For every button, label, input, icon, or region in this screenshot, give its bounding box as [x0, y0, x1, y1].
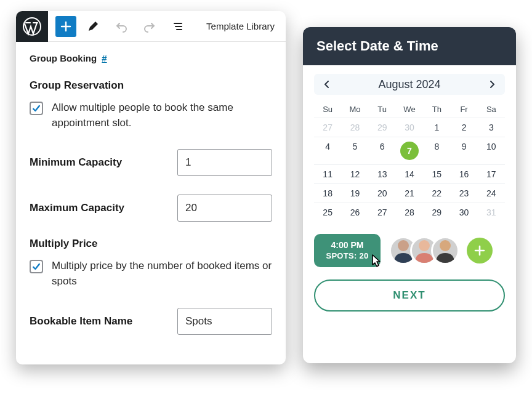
allow-multiple-checkbox[interactable] [30, 102, 43, 115]
multiply-price-checkbox[interactable] [30, 260, 43, 273]
calendar-day[interactable]: 23 [450, 183, 477, 203]
bookable-item-label: Bookable Item Name [30, 315, 132, 328]
calendar-week: 27282930123 [314, 118, 505, 137]
timeslot-time: 4:00 PM [323, 240, 372, 251]
timeslot-chip[interactable]: 4:00 PM SPOTS: 20 [314, 234, 381, 267]
max-capacity-label: Maximum Capacity [30, 202, 124, 214]
attendee-avatars [389, 236, 459, 265]
picker-title: Select Date & Time [303, 27, 516, 65]
next-button[interactable]: NEXT [314, 279, 505, 312]
calendar-day[interactable]: 17 [478, 164, 505, 183]
calendar-week: 45678910 [314, 137, 505, 164]
calendar-day[interactable]: 5 [341, 137, 368, 164]
outline-button[interactable] [166, 15, 190, 38]
group-reservation-title: Group Reservation [30, 79, 272, 92]
editor-content: Group Booking # Group Reservation Allow … [16, 42, 286, 350]
chevron-right-icon [488, 80, 496, 89]
calendar-day[interactable]: 22 [423, 183, 450, 203]
calendar-day[interactable]: 20 [369, 183, 396, 203]
editor-panel: Template Library Group Booking # Group R… [16, 11, 286, 364]
template-library-link[interactable]: Template Library [206, 21, 275, 31]
redo-button[interactable] [138, 15, 161, 38]
calendar-week: 25262728293031 [314, 203, 505, 222]
add-block-button[interactable] [55, 16, 76, 37]
redo-icon [143, 20, 156, 33]
timeslot-spots: SPOTS: 20 [323, 251, 372, 261]
wordpress-icon [22, 17, 42, 36]
calendar-day[interactable]: 10 [478, 137, 505, 164]
calendar-day[interactable]: 24 [478, 183, 505, 203]
timeslot-row: 4:00 PM SPOTS: 20 [303, 222, 516, 267]
multiply-price-title: Multiply Price [30, 238, 272, 250]
weekday-label: Fr [450, 101, 477, 118]
calendar-week: 18192021222324 [314, 183, 505, 203]
calendar-day[interactable]: 1 [423, 118, 450, 137]
undo-button[interactable] [110, 15, 133, 38]
weekday-label: Mo [341, 101, 368, 118]
calendar-day[interactable]: 29 [369, 118, 396, 137]
calendar-day[interactable]: 28 [396, 203, 423, 222]
min-capacity-input[interactable] [177, 149, 272, 176]
plus-icon [60, 20, 72, 33]
calendar-day[interactable]: 14 [396, 164, 423, 183]
multiply-price-label: Multiply price by the number of booked i… [52, 259, 272, 289]
wordpress-logo[interactable] [16, 11, 48, 42]
calendar-day[interactable]: 18 [314, 183, 341, 203]
chevron-left-icon [323, 80, 331, 89]
calendar-day[interactable]: 16 [450, 164, 477, 183]
prev-month-button[interactable] [320, 78, 334, 91]
calendar-day[interactable]: 11 [314, 164, 341, 183]
person-icon [436, 238, 454, 263]
weekday-label: Su [314, 101, 341, 118]
calendar-day[interactable]: 3 [478, 118, 505, 137]
add-attendee-button[interactable] [467, 238, 493, 263]
calendar-day[interactable]: 7 [396, 137, 423, 164]
check-icon [31, 103, 41, 113]
weekday-header: SuMoTuWeThFrSa [314, 101, 505, 118]
max-capacity-input[interactable] [177, 195, 272, 222]
calendar-day[interactable]: 28 [341, 118, 368, 137]
calendar-day[interactable]: 15 [423, 164, 450, 183]
calendar-day[interactable]: 12 [341, 164, 368, 183]
calendar-day[interactable]: 2 [450, 118, 477, 137]
breadcrumb-label: Group Booking [30, 53, 97, 63]
date-time-picker: Select Date & Time August 2024 SuMoTuWeT… [303, 27, 516, 363]
calendar-day[interactable]: 29 [423, 203, 450, 222]
next-month-button[interactable] [485, 78, 499, 91]
calendar-day[interactable]: 27 [369, 203, 396, 222]
calendar-day[interactable]: 4 [314, 137, 341, 164]
undo-icon [115, 20, 127, 33]
calendar-day[interactable]: 21 [396, 183, 423, 203]
min-capacity-label: Minimum Capacity [30, 156, 122, 169]
weekday-label: Th [423, 101, 450, 118]
calendar-day[interactable]: 26 [341, 203, 368, 222]
allow-multiple-label: Allow multiple people to book the same a… [52, 100, 272, 131]
pencil-icon [87, 20, 99, 33]
svg-point-3 [440, 240, 451, 251]
calendar: August 2024 SuMoTuWeThFrSa 2728293012345… [303, 65, 516, 222]
calendar-day[interactable]: 31 [478, 203, 505, 222]
weekday-label: Tu [369, 101, 396, 118]
calendar-day[interactable]: 9 [450, 137, 477, 164]
check-icon [31, 262, 41, 271]
month-navigator: August 2024 [314, 74, 505, 95]
weekday-label: We [396, 101, 423, 118]
list-icon [172, 20, 184, 33]
svg-point-2 [419, 240, 430, 251]
bookable-item-input[interactable] [177, 308, 272, 335]
breadcrumb: Group Booking # [30, 53, 272, 63]
plus-icon [474, 244, 486, 257]
avatar [431, 236, 459, 265]
calendar-day[interactable]: 30 [450, 203, 477, 222]
calendar-day[interactable]: 27 [314, 118, 341, 137]
breadcrumb-hash-link[interactable]: # [102, 53, 107, 63]
calendar-day[interactable]: 6 [369, 137, 396, 164]
calendar-day[interactable]: 30 [396, 118, 423, 137]
calendar-day[interactable]: 19 [341, 183, 368, 203]
calendar-day[interactable]: 25 [314, 203, 341, 222]
calendar-week: 11121314151617 [314, 164, 505, 183]
editor-toolbar: Template Library [16, 11, 286, 42]
calendar-day[interactable]: 8 [423, 137, 450, 164]
calendar-day[interactable]: 13 [369, 164, 396, 183]
edit-button[interactable] [81, 15, 105, 38]
